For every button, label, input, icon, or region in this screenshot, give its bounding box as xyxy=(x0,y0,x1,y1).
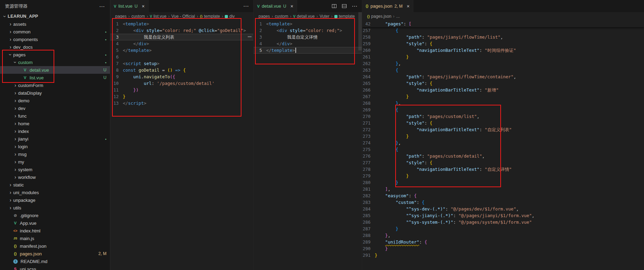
breadcrumb-item[interactable]: {}template xyxy=(200,14,220,19)
code-line[interactable]: 288 }, xyxy=(362,232,644,239)
tree-item-pages[interactable]: ›pages● xyxy=(0,51,110,58)
breadcrumb[interactable]: {}pages.json›... xyxy=(362,12,644,21)
tree-item-demo[interactable]: ›demo xyxy=(0,97,110,104)
breadcrumb-item[interactable]: pages xyxy=(259,14,270,19)
tree-item-dev[interactable]: ›dev xyxy=(0,104,110,112)
code-line[interactable]: 11 }) xyxy=(110,87,253,93)
tree-item-manifest.json[interactable]: {}manifest.json xyxy=(0,242,110,250)
scrollbar[interactable] xyxy=(358,12,362,50)
close-icon[interactable]: × xyxy=(291,3,293,9)
code-line[interactable]: 10 url: '/pages/custom/detail' xyxy=(110,80,253,87)
code-line[interactable]: 285 "^sys-jianyi-(.*)": "@/pages/jianyi/… xyxy=(362,212,644,219)
breadcrumb-item[interactable]: Vdetail.vue xyxy=(293,14,315,19)
breadcrumb-item[interactable]: div xyxy=(225,14,234,19)
code-line[interactable]: 5</template> xyxy=(110,47,253,54)
code-line[interactable]: 261 } xyxy=(362,54,644,60)
code-line[interactable]: 268 }, xyxy=(362,100,644,106)
code-line[interactable]: 282 "easycom": { xyxy=(362,192,644,199)
tree-item-README.md[interactable]: iREADME.md xyxy=(0,257,110,265)
breadcrumb-item[interactable]: custom xyxy=(132,14,145,19)
code-line[interactable]: 4 </div> xyxy=(110,40,253,47)
code-line[interactable]: 262 }, xyxy=(362,60,644,67)
code-line[interactable]: 1<template> xyxy=(110,21,253,27)
tree-root-learun-app[interactable]: › LEARUN_APP xyxy=(0,13,110,20)
code-line[interactable]: 264 "path": "pages/jianyi/flowTime/conta… xyxy=(362,73,644,80)
tree-item-pages.json[interactable]: {}pages.json2, M xyxy=(0,250,110,257)
breadcrumb-item[interactable]: Vuter xyxy=(319,14,329,19)
tree-item-uni_modules[interactable]: ›uni_modules xyxy=(0,189,110,196)
code-line[interactable]: 274 }, xyxy=(362,140,644,146)
code-line[interactable]: 1<template> xyxy=(254,21,362,27)
code-line[interactable]: 272 "navigationBarTitleText": "自定义列表" xyxy=(362,126,644,133)
code-line[interactable]: 277 "style": { xyxy=(362,159,644,166)
tree-item-detail.vue[interactable]: Vdetail.vueU xyxy=(0,66,110,74)
tree-item-list.vue[interactable]: Vlist.vueU xyxy=(0,74,110,81)
code-line[interactable]: 267 } xyxy=(362,93,644,100)
code-line[interactable]: 273 } xyxy=(362,133,644,140)
code-line[interactable]: 270 "path": "pages/custom/list", xyxy=(362,113,644,120)
breadcrumb-item[interactable]: custom xyxy=(275,14,288,19)
code-line[interactable]: 266 "navigationBarTitleText": "新增" xyxy=(362,87,644,93)
sticky-scroll-line[interactable]: 42 "pages": [ xyxy=(362,21,644,27)
tree-item-msg[interactable]: ›msg xyxy=(0,150,110,158)
code-line[interactable]: 276 "path": "pages/custom/detail", xyxy=(362,153,644,159)
code-editor-list-vue[interactable]: 1<template>2 <div style="color: red;" @c… xyxy=(110,21,253,270)
tab-pages-json[interactable]: {} pages.json 2, M × xyxy=(362,0,413,12)
split-editor-icon[interactable] xyxy=(332,3,337,9)
breadcrumb-item[interactable]: ... xyxy=(396,14,400,19)
tree-item-components[interactable]: ›components● xyxy=(0,35,110,43)
tree-item-func[interactable]: ›func xyxy=(0,112,110,120)
code-line[interactable]: 281 ], xyxy=(362,186,644,192)
tree-item-jianyi[interactable]: ›jianyi● xyxy=(0,135,110,143)
code-line[interactable]: 290 } xyxy=(362,245,644,252)
code-line[interactable]: 9 uni.navigateTo({ xyxy=(110,73,253,80)
tab-detail-vue[interactable]: V detail.vue U × xyxy=(254,0,297,12)
code-line[interactable]: 283 "custom": { xyxy=(362,199,644,206)
tree-item-login[interactable]: ›login xyxy=(0,143,110,150)
tree-item-index[interactable]: ›index xyxy=(0,127,110,135)
tree-item-dev_docs[interactable]: ›dev_docs xyxy=(0,43,110,51)
tree-item-custom[interactable]: ›custom● xyxy=(0,58,110,66)
code-editor-pages-json[interactable]: 42 "pages": [257 {258 "path": "pages/jia… xyxy=(362,21,644,270)
code-line[interactable]: 287 } xyxy=(362,225,644,232)
tree-item-my[interactable]: ›my xyxy=(0,158,110,166)
code-line[interactable]: 12} xyxy=(110,93,253,100)
breadcrumb-item[interactable]: {}pages.json xyxy=(367,14,391,19)
code-line[interactable]: 275 { xyxy=(362,146,644,153)
more-actions-icon[interactable]: ⋯ xyxy=(243,3,249,9)
breadcrumb-item[interactable]: template xyxy=(334,14,355,19)
tree-item-home[interactable]: ›home xyxy=(0,120,110,127)
more-actions-icon[interactable]: ⋯ xyxy=(99,3,105,10)
code-line[interactable]: 260 "navigationBarTitleText": "时间组件验证" xyxy=(362,47,644,54)
code-line[interactable]: 5</template> xyxy=(254,47,362,54)
tree-item-uni.scss[interactable]: Suni.scss xyxy=(0,265,110,270)
code-line[interactable]: 259 "style": { xyxy=(362,40,644,47)
code-line[interactable]: 265 "style": { xyxy=(362,80,644,87)
code-line[interactable]: 278 "navigationBarTitleText": "自定义详情" xyxy=(362,166,644,173)
code-line[interactable]: 291} xyxy=(362,252,644,259)
tree-item-utils[interactable]: ›utils xyxy=(0,204,110,212)
editor-layout-icon[interactable] xyxy=(342,3,347,9)
tree-item-assets[interactable]: ›assets xyxy=(0,20,110,28)
tree-item-static[interactable]: ›static xyxy=(0,181,110,189)
close-icon[interactable]: × xyxy=(407,3,410,9)
code-line[interactable]: 257 { xyxy=(362,27,644,34)
code-editor-detail-vue[interactable]: 1<template>2 <div style="color: red;">3 … xyxy=(254,21,362,270)
tree-item-system[interactable]: ›system xyxy=(0,166,110,173)
more-actions-icon[interactable]: ⋯ xyxy=(352,3,358,9)
tree-item-main.js[interactable]: JSmain.js xyxy=(0,235,110,242)
tree-item-index.html[interactable]: <>index.html xyxy=(0,227,110,235)
tree-item-common[interactable]: ›common● xyxy=(0,28,110,35)
code-line[interactable]: 2 <div style="color: red;" @click="goDet… xyxy=(110,27,253,34)
code-line[interactable]: 3 我是自定义详情 xyxy=(254,34,362,40)
code-line[interactable]: 263 { xyxy=(362,67,644,73)
breadcrumb[interactable]: pages›custom›Vlist.vue›Vue - Official›{}… xyxy=(110,12,253,21)
code-line[interactable]: 280 } xyxy=(362,179,644,186)
tree-item-customForm[interactable]: ›customForm xyxy=(0,81,110,89)
breadcrumb-item[interactable]: Vlist.vue xyxy=(150,14,166,19)
code-line[interactable]: 7<script setup> xyxy=(110,60,253,67)
code-line[interactable]: 2 <div style="color: red;"> xyxy=(254,27,362,34)
code-line[interactable]: 271 "style": { xyxy=(362,120,644,126)
tab-list-vue[interactable]: vue V list.vue U × xyxy=(110,0,149,12)
code-line[interactable]: 258 "path": "pages/jianyi/flowTime/list"… xyxy=(362,34,644,40)
